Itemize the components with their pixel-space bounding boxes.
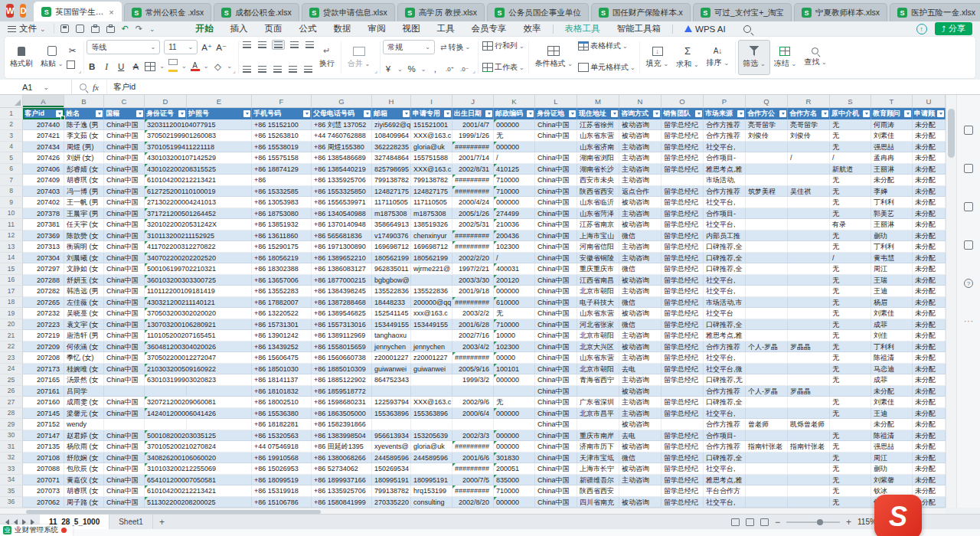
grid-cell[interactable]: z20001227 (372, 352, 411, 364)
grid-cell[interactable]: +86 15332585 (252, 186, 312, 198)
grid-cell[interactable] (411, 386, 452, 397)
grid-cell[interactable]: +86 1553325850 (312, 186, 372, 198)
grid-cell[interactable]: 微信 (619, 263, 662, 275)
grid-cell[interactable]: guiwanwei (372, 364, 411, 375)
zoom-in-button[interactable]: + (846, 517, 851, 528)
grid-cell[interactable] (746, 352, 788, 364)
column-header-J[interactable]: J (452, 95, 494, 107)
redo-icon[interactable]: ↷ (136, 24, 142, 34)
grid-cell[interactable]: 110105200207165451 (145, 330, 187, 342)
grid-cell[interactable]: +86 13657006 (252, 275, 312, 286)
wrap-text-button[interactable]: ↵ 换行 (315, 40, 338, 75)
grid-cell[interactable]: 刘俊伶 (746, 130, 788, 142)
grid-cell[interactable]: ######### (452, 485, 494, 497)
grid-cell[interactable] (830, 386, 871, 397)
grid-cell[interactable]: +86 1335925706 (312, 485, 372, 497)
grid-cell[interactable] (788, 430, 830, 442)
grid-cell[interactable]: 王丽淋 (871, 219, 913, 230)
grid-cell[interactable]: ######### (452, 352, 494, 364)
grid-cell[interactable]: 未分配 (913, 364, 946, 375)
grid-cell[interactable]: +86 18141137 (252, 374, 312, 386)
grid-cell[interactable]: 雅思考点,雅 (704, 475, 746, 486)
grid-cell[interactable]: China中国 (535, 330, 577, 342)
grid-cell[interactable]: 吴佳祺 (788, 186, 830, 198)
grid-cell[interactable]: 135522836 (372, 286, 411, 297)
grid-cell[interactable] (788, 208, 830, 220)
number-format-select[interactable]: 常规⌄ (383, 40, 435, 54)
grid-cell[interactable]: 未分配 (913, 463, 946, 475)
grid-cell[interactable]: 207434 (23, 142, 64, 153)
format-painter-button[interactable]: 格式刷 (6, 40, 37, 75)
page-view-icon[interactable] (746, 518, 754, 526)
grid-cell[interactable]: 2002/8/31 (452, 164, 494, 175)
grid-cell[interactable]: 主动咨询 (619, 352, 662, 364)
grid-cell[interactable] (746, 142, 788, 153)
grid-cell[interactable]: 王晨宇 (男 (64, 208, 104, 220)
grid-cell[interactable] (372, 419, 411, 430)
reader-view-icon[interactable] (760, 518, 769, 526)
header-cell-B[interactable]: 姓名 (64, 108, 104, 119)
grid-cell[interactable]: 新航道 (830, 164, 871, 175)
grid-cell[interactable]: +86 18099519 (252, 475, 312, 486)
row-number[interactable]: 35 (0, 485, 23, 497)
filter-dropdown-icon[interactable] (822, 110, 828, 117)
grid-cell[interactable]: 155363896 (411, 408, 452, 420)
grid-cell[interactable]: 108409964 (372, 130, 411, 142)
menu-tab-会员专享[interactable]: 会员专享 (463, 21, 515, 36)
menu-tab-数据[interactable]: 数据 (325, 21, 360, 36)
grid-cell[interactable]: 社交平台 (704, 308, 746, 319)
grid-cell[interactable]: 710000 (494, 485, 535, 497)
grid-cell[interactable]: 180995191 (372, 475, 411, 486)
grid-cell[interactable]: 151521001 (411, 119, 452, 131)
grid-cell[interactable]: 207062 (23, 497, 64, 508)
grid-cell[interactable] (746, 164, 788, 175)
grid-cell[interactable]: 口碑推荐,无 (704, 374, 746, 386)
justify-icon[interactable] (289, 66, 297, 73)
grid-cell[interactable]: +86 1340540988 (312, 208, 372, 220)
help-icon[interactable]: ? (964, 279, 973, 288)
decrease-indent-icon[interactable] (290, 41, 299, 48)
filter-dropdown-icon[interactable] (737, 110, 744, 117)
grid-cell[interactable] (746, 197, 788, 208)
grid-cell[interactable]: +86 1582391866 (312, 419, 372, 430)
grid-cell[interactable] (746, 286, 788, 297)
grid-cell[interactable]: 32010220020531242X (145, 219, 187, 230)
grid-cell[interactable]: +86 15026953 (252, 463, 312, 475)
grid-cell[interactable]: 留学总经纪 (662, 230, 704, 242)
grid-cell[interactable] (788, 397, 830, 408)
borders-icon[interactable] (145, 62, 155, 71)
grid-cell[interactable] (577, 386, 619, 397)
grid-cell[interactable]: +86 13053983 (252, 197, 312, 208)
grid-cell[interactable]: 207165 (23, 374, 64, 386)
grid-cell[interactable]: 825798695 (372, 164, 411, 175)
grid-cell[interactable]: +86 (252, 175, 312, 186)
grid-cell[interactable]: 000000 (494, 497, 535, 508)
grid-cell[interactable] (662, 175, 704, 186)
grid-cell[interactable]: 610104200212213421 (145, 485, 187, 497)
header-cell-H[interactable]: 邮箱 (372, 108, 411, 119)
grid-cell[interactable]: 207161 (23, 386, 64, 397)
add-sheet-button[interactable]: + (153, 517, 171, 528)
grid-cell[interactable]: 200120 (494, 275, 535, 286)
grid-cell[interactable]: 301830 (494, 453, 535, 464)
grid-cell[interactable]: +86 15320563 (252, 430, 312, 442)
column-header-K[interactable]: K (494, 95, 535, 107)
grid-cell[interactable]: ######### (452, 142, 494, 153)
grid-cell[interactable]: 留学总经纪 (662, 286, 704, 297)
grid-cell[interactable]: 被动咨询 (619, 197, 662, 208)
convert-button[interactable]: ⇄ 转换 ⌄ (439, 41, 472, 54)
grid-cell[interactable]: China中国 (535, 463, 577, 475)
grid-cell[interactable]: 207108 (23, 453, 64, 464)
sum-button[interactable]: Σ 求和 ⌄ (672, 40, 702, 75)
grid-cell[interactable]: 102300 (494, 342, 535, 353)
grid-cell[interactable]: 无 (830, 186, 871, 198)
grid-cell[interactable]: +86 18501030 (252, 364, 312, 375)
grid-cell[interactable]: XXX@163.c (411, 164, 452, 175)
grid-cell[interactable]: +44 7460762888 (312, 130, 372, 142)
grid-cell[interactable]: 207209 (23, 342, 64, 353)
grid-cell[interactable]: 被动咨询 (619, 119, 662, 131)
horizontal-scrollbar[interactable] (0, 508, 946, 514)
grid-cell[interactable]: 无 (830, 319, 871, 331)
grid-cell[interactable]: 周子路 (女 (64, 497, 104, 508)
grid-cell[interactable]: 留学总经纪 (662, 263, 704, 275)
